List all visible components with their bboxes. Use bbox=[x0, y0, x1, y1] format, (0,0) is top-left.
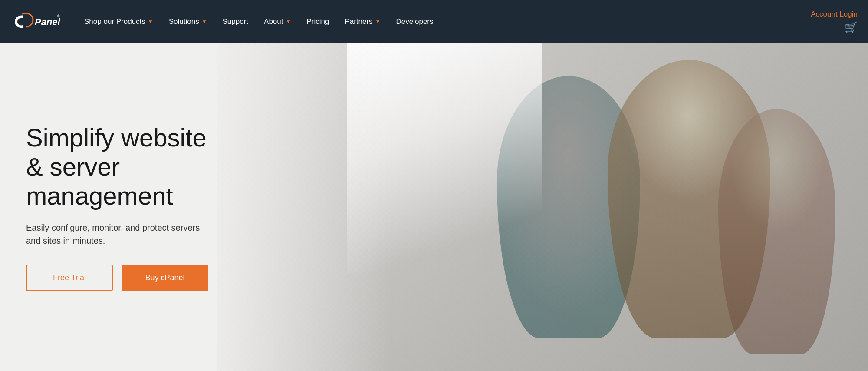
nav-right-section: Account Login 🛒 bbox=[811, 10, 858, 33]
nav-item-support[interactable]: Support bbox=[215, 0, 256, 43]
nav-label-about: About bbox=[264, 17, 283, 26]
nav-links: Shop our Products ▼ Solutions ▼ Support … bbox=[76, 0, 811, 43]
hero-person-3 bbox=[718, 109, 835, 355]
nav-item-solutions[interactable]: Solutions ▼ bbox=[161, 0, 215, 43]
nav-item-shop-products[interactable]: Shop our Products ▼ bbox=[76, 0, 161, 43]
hero-subtext: Easily configure, monitor, and protect s… bbox=[26, 221, 213, 247]
hero-headline: Simplify website & server management bbox=[26, 123, 213, 210]
nav-label-developers: Developers bbox=[396, 17, 434, 26]
chevron-down-icon: ▼ bbox=[286, 19, 291, 25]
chevron-down-icon: ▼ bbox=[148, 19, 153, 25]
svg-text:Panel: Panel bbox=[35, 17, 61, 27]
hero-buttons: Free Trial Buy cPanel bbox=[26, 265, 213, 291]
cart-icon[interactable]: 🛒 bbox=[845, 21, 858, 33]
nav-label-partners: Partners bbox=[345, 17, 372, 26]
nav-label-support: Support bbox=[223, 17, 249, 26]
hero-section: Simplify website & server management Eas… bbox=[0, 43, 868, 371]
nav-item-developers[interactable]: Developers bbox=[388, 0, 441, 43]
free-trial-button[interactable]: Free Trial bbox=[26, 265, 113, 291]
nav-item-partners[interactable]: Partners ▼ bbox=[337, 0, 388, 43]
nav-label-pricing: Pricing bbox=[306, 17, 329, 26]
nav-label-solutions: Solutions bbox=[169, 17, 199, 26]
account-login-link[interactable]: Account Login bbox=[811, 10, 858, 19]
buy-cpanel-button[interactable]: Buy cPanel bbox=[122, 265, 208, 291]
chevron-down-icon: ▼ bbox=[202, 19, 207, 25]
cpanel-logo-svg: Panel ® bbox=[10, 11, 62, 32]
brand-logo[interactable]: Panel ® bbox=[10, 11, 62, 32]
nav-label-shop-products: Shop our Products bbox=[84, 17, 145, 26]
svg-text:®: ® bbox=[57, 14, 60, 18]
nav-item-about[interactable]: About ▼ bbox=[256, 0, 299, 43]
main-navbar: Panel ® Shop our Products ▼ Solutions ▼ … bbox=[0, 0, 868, 43]
chevron-down-icon: ▼ bbox=[375, 19, 381, 25]
hero-content: Simplify website & server management Eas… bbox=[0, 106, 239, 308]
nav-item-pricing[interactable]: Pricing bbox=[299, 0, 337, 43]
